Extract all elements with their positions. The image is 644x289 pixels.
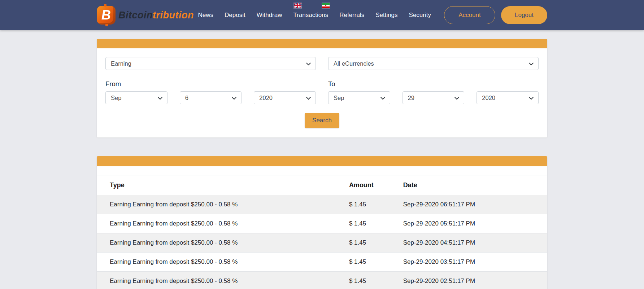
cell-amount: $ 1.45 <box>349 253 403 272</box>
transaction-type-select[interactable]: Earning <box>105 57 316 70</box>
english-flag-icon[interactable] <box>294 3 301 8</box>
from-day-value: 6 <box>185 95 188 101</box>
nav-item-referrals[interactable]: Referrals <box>339 12 364 19</box>
cell-date: Sep-29-2020 04:51:17 PM <box>403 233 547 253</box>
from-year-select[interactable]: 2020 <box>254 91 316 104</box>
logo-letter: B <box>101 9 111 22</box>
chevron-down-icon <box>529 60 534 67</box>
cell-type: Earning Earning from deposit $250.00 - 0… <box>97 214 349 233</box>
nav-item-transactions-label: Transactions <box>293 12 328 18</box>
cell-amount: $ 1.45 <box>349 214 403 233</box>
cell-date: Sep-29-2020 06:51:17 PM <box>403 195 547 214</box>
chevron-down-icon <box>232 95 236 101</box>
table-row: Earning Earning from deposit $250.00 - 0… <box>97 272 547 289</box>
nav-item-security[interactable]: Security <box>409 12 431 19</box>
cell-date: Sep-29-2020 02:51:17 PM <box>403 272 547 289</box>
search-button[interactable]: Search <box>305 113 339 128</box>
brand-name: Bitcointribution <box>118 10 194 21</box>
brand-logo[interactable]: B Bitcointribution <box>97 6 194 25</box>
transaction-type-value: Earning <box>111 60 131 67</box>
brand-word-primary: Bitcoin <box>118 10 153 21</box>
cell-amount: $ 1.45 <box>349 272 403 289</box>
cell-type: Earning Earning from deposit $250.00 - 0… <box>97 272 349 289</box>
chevron-down-icon <box>306 95 311 101</box>
chevron-down-icon <box>454 95 459 101</box>
filter-card-header-bar <box>97 39 547 48</box>
nav-item-news[interactable]: News <box>198 12 213 19</box>
to-day-value: 29 <box>408 95 414 101</box>
chevron-down-icon <box>306 60 311 67</box>
nav-item-settings[interactable]: Settings <box>375 12 397 19</box>
cell-type: Earning Earning from deposit $250.00 - 0… <box>97 253 349 272</box>
cell-type: Earning Earning from deposit $250.00 - 0… <box>97 233 349 253</box>
from-label: From <box>105 80 316 88</box>
table-row: Earning Earning from deposit $250.00 - 0… <box>97 214 547 233</box>
table-row: Earning Earning from deposit $250.00 - 0… <box>97 233 547 253</box>
transactions-table-card: Type Amount Date Earning Earning from de… <box>97 156 547 289</box>
to-label: To <box>328 80 539 88</box>
account-button[interactable]: Account <box>444 6 495 24</box>
table-row: Earning Earning from deposit $250.00 - 0… <box>97 195 547 214</box>
to-year-value: 2020 <box>482 95 495 101</box>
cell-amount: $ 1.45 <box>349 195 403 214</box>
cell-date: Sep-29-2020 05:51:17 PM <box>403 214 547 233</box>
persian-flag-icon[interactable] <box>322 3 330 8</box>
cell-amount: $ 1.45 <box>349 233 403 253</box>
transactions-table: Type Amount Date Earning Earning from de… <box>97 175 547 289</box>
main-nav: News Deposit Withdraw <box>198 12 431 19</box>
table-header-row: Type Amount Date <box>97 175 547 195</box>
ecurrency-value: All eCurrencies <box>334 60 374 67</box>
table-card-header-bar <box>97 156 547 166</box>
to-year-select[interactable]: 2020 <box>477 91 539 104</box>
column-header-amount: Amount <box>349 175 403 195</box>
logout-button[interactable]: Logout <box>501 6 547 24</box>
bitcoin-logo-icon: B <box>97 6 116 25</box>
chevron-down-icon <box>158 95 162 101</box>
chevron-down-icon <box>380 95 385 101</box>
from-day-select[interactable]: 6 <box>180 91 242 104</box>
nav-action-buttons: Account Logout <box>444 6 547 24</box>
transactions-filter-card: Earning All eCurrencies From <box>97 39 547 137</box>
cell-date: Sep-29-2020 03:51:17 PM <box>403 253 547 272</box>
nav-item-deposit[interactable]: Deposit <box>225 12 245 19</box>
brand-word-accent: tribution <box>153 10 194 21</box>
table-row: Earning Earning from deposit $250.00 - 0… <box>97 253 547 272</box>
cell-type: Earning Earning from deposit $250.00 - 0… <box>97 195 349 214</box>
column-header-type: Type <box>97 175 349 195</box>
from-month-select[interactable]: Sep <box>105 91 167 104</box>
to-day-select[interactable]: 29 <box>402 91 465 104</box>
nav-item-transactions[interactable]: Transactions <box>293 12 328 19</box>
from-year-value: 2020 <box>259 95 273 101</box>
top-navigation-bar: B Bitcointribution News Deposit Withdraw <box>0 0 644 30</box>
ecurrency-select[interactable]: All eCurrencies <box>328 57 539 70</box>
to-month-select[interactable]: Sep <box>328 91 390 104</box>
nav-item-withdraw[interactable]: Withdraw <box>257 12 282 19</box>
column-header-date: Date <box>403 175 547 195</box>
to-month-value: Sep <box>334 95 344 101</box>
chevron-down-icon <box>529 95 534 101</box>
from-month-value: Sep <box>111 95 121 101</box>
